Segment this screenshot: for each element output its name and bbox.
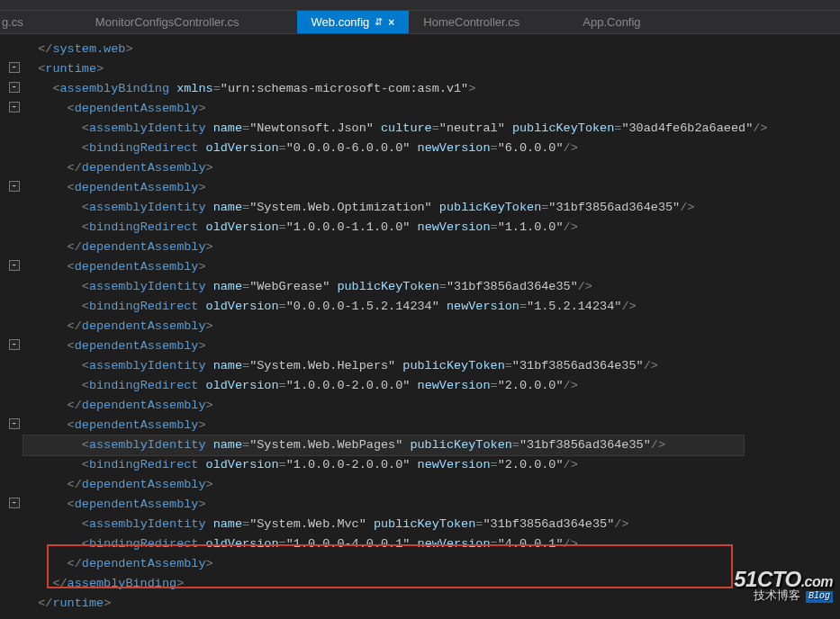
code-line: <bindingRedirect oldVersion="1.0.0.0-2.0… [9,376,840,396]
code-line: <dependentAssembly> [9,336,840,356]
tab-label: Web.config [312,15,370,29]
code-line: <dependentAssembly> [9,416,840,435]
code-line: </dependentAssembly> [9,158,840,178]
code-line: </dependentAssembly> [9,554,840,574]
tab-app-config[interactable]: App.Config [568,11,655,33]
tab-bar: g.cs MonitorConfigsController.cs Web.con… [0,11,840,34]
code-line: <runtime> [9,59,840,79]
code-line: </dependentAssembly> [9,317,840,336]
code-line: <bindingRedirect oldVersion="0.0.0.0-1.5… [9,297,840,317]
tab-label: MonitorConfigsController.cs [95,15,239,29]
code-line: <dependentAssembly> [9,495,840,515]
code-line: <assemblyIdentity name="System.Web.Helpe… [9,356,840,376]
code-line: <dependentAssembly> [9,178,840,198]
code-line: <bindingRedirect oldVersion="1.0.0.0-1.1… [9,218,840,238]
code-line: <bindingRedirect oldVersion="1.0.0.0-2.0… [9,455,840,475]
code-line: </assemblyBinding> [9,574,840,594]
tab-label: HomeController.cs [423,15,519,29]
code-line: </system.web> [9,40,840,59]
tab-home-controller[interactable]: HomeController.cs [409,11,534,33]
code-line: <assemblyBinding xmlns="urn:schemas-micr… [9,79,840,99]
code-editor[interactable]: </system.web> <runtime> <assemblyBinding… [0,34,840,619]
code-line: <assemblyIdentity name="Newtonsoft.Json"… [9,119,840,139]
code-line: <dependentAssembly> [9,257,840,277]
top-toolbar [0,0,840,11]
code-line: </dependentAssembly> [9,475,840,495]
code-line: <assemblyIdentity name="System.Web.Optim… [9,198,840,218]
code-line: <bindingRedirect oldVersion="0.0.0.0-6.0… [9,139,840,158]
code-line: </dependentAssembly> [9,238,840,257]
tab-partial[interactable]: g.cs [0,11,38,33]
code-line: </dependentAssembly> [9,396,840,416]
pin-icon[interactable]: ⇵ [375,16,383,28]
tab-label: App.Config [583,15,640,29]
code-line: <assemblyIdentity name="WebGrease" publi… [9,277,840,297]
code-line: </runtime> [9,594,840,614]
code-line: <dependentAssembly> [9,99,840,119]
code-line: <assemblyIdentity name="System.Web.Mvc" … [9,515,840,534]
close-icon[interactable]: × [388,16,394,29]
code-line: <bindingRedirect oldVersion="1.0.0.0-4.0… [9,534,840,554]
tab-monitor-configs[interactable]: MonitorConfigsController.cs [81,11,254,33]
tab-web-config[interactable]: Web.config ⇵ × [297,11,410,33]
code-line: <assemblyIdentity name="System.Web.WebPa… [9,435,840,455]
